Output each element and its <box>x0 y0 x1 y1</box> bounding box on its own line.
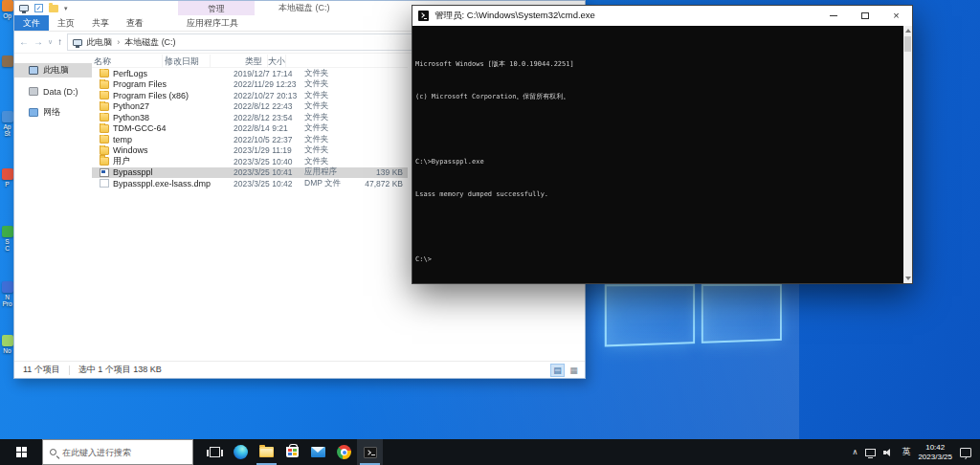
file-name: Program Files (x86) <box>113 91 189 100</box>
ribbon-tab[interactable]: 共享 <box>83 15 118 31</box>
taskbar-app[interactable] <box>305 439 331 465</box>
taskbar-app[interactable] <box>254 439 279 465</box>
thumbnail-view-icon[interactable]: ▦ <box>567 364 581 377</box>
system-tray: ∧ 英 10:42 2023/3/25 <box>853 439 980 465</box>
customize-toolbar-caret-icon[interactable]: ▾ <box>64 4 68 12</box>
taskbar-app[interactable] <box>202 439 228 465</box>
file-type: DMP 文件 <box>302 178 350 189</box>
file-type: 文件夹 <box>302 144 350 156</box>
console-line <box>415 125 901 134</box>
sidebar-item[interactable]: 此电脑 <box>14 63 92 78</box>
desktop-icon[interactable]: Op <box>1 0 13 19</box>
file-type-icon <box>100 69 109 78</box>
column-header[interactable]: 修改日期 <box>163 55 211 67</box>
taskbar-app-icon <box>210 447 220 457</box>
desktop-icon[interactable]: P <box>1 168 13 188</box>
new-folder-icon[interactable] <box>49 5 58 12</box>
desktop-icon-image <box>2 226 13 237</box>
location-icon <box>73 39 82 46</box>
table-row[interactable]: Python38 2022/8/12 23:54 文件夹 <box>92 112 408 123</box>
search-input[interactable] <box>62 448 186 457</box>
table-row[interactable]: Bypassppl 2023/3/25 10:41 应用程序 139 KB <box>92 167 408 179</box>
recent-locations-caret-icon[interactable]: ∨ <box>48 37 53 47</box>
column-header[interactable]: 名称 <box>92 55 163 67</box>
column-header[interactable]: 大小 <box>268 55 286 67</box>
table-row[interactable]: Program Files 2022/11/29 12:23 文件夹 <box>92 79 408 91</box>
ribbon-tab[interactable]: 主页 <box>49 15 83 31</box>
this-pc-icon <box>19 5 29 11</box>
file-name: temp <box>113 135 132 144</box>
back-icon[interactable]: ← <box>19 37 29 47</box>
cmd-window-title: 管理员: C:\Windows\System32\cmd.exe <box>434 10 812 22</box>
ribbon-tab[interactable]: 查看 <box>118 15 152 31</box>
network-icon[interactable] <box>865 449 876 456</box>
show-hidden-icons-chevron[interactable]: ∧ <box>853 448 858 456</box>
volume-icon[interactable] <box>883 448 894 457</box>
column-header[interactable]: 类型 <box>211 55 268 67</box>
table-row[interactable]: temp 2022/10/5 22:37 文件夹 <box>92 134 408 145</box>
status-bar: 11 个项目 选中 1 个项目 138 KB ▤ ▦ <box>14 361 585 378</box>
taskbar-app[interactable] <box>279 439 305 465</box>
cmd-titlebar[interactable]: 管理员: C:\Windows\System32\cmd.exe × <box>412 6 912 26</box>
ribbon-tab-app-tools[interactable]: 应用程序工具 <box>178 15 247 31</box>
file-type-icon <box>100 135 109 144</box>
properties-icon[interactable] <box>34 4 43 12</box>
taskbar-app[interactable] <box>331 439 357 465</box>
console-line: C:\>Bypassppl.exe <box>415 158 901 166</box>
desktop-icon[interactable]: S C <box>1 226 13 252</box>
minimize-button[interactable] <box>817 6 849 26</box>
sidebar-item-label: 网络 <box>43 106 60 119</box>
desktop-icon-image <box>2 0 13 11</box>
forward-icon[interactable]: → <box>33 37 43 47</box>
search-icon <box>50 449 56 455</box>
file-type: 文件夹 <box>302 122 350 134</box>
details-view-icon[interactable]: ▤ <box>550 364 565 377</box>
console-output[interactable]: Microsoft Windows [版本 10.0.19044.2251] (… <box>412 26 903 283</box>
table-row[interactable]: TDM-GCC-64 2022/8/14 9:21 文件夹 <box>92 123 408 135</box>
close-button[interactable]: × <box>880 6 912 26</box>
desktop-icon-label: P <box>1 181 13 188</box>
desktop-icon-image <box>2 111 13 122</box>
file-type-icon <box>100 146 109 155</box>
input-language-indicator[interactable]: 英 <box>902 446 910 458</box>
window-controls: × <box>817 6 912 26</box>
desktop-icon[interactable]: Ap St <box>1 111 13 137</box>
clock[interactable]: 10:42 2023/3/25 <box>918 443 952 461</box>
taskbar-app[interactable] <box>228 439 254 465</box>
table-row[interactable]: Bypassppl.exe-lsass.dmp 2023/3/25 10:42 … <box>92 178 408 189</box>
taskbar-app[interactable] <box>357 439 383 465</box>
maximize-button[interactable] <box>849 6 880 26</box>
sidebar-item[interactable]: 网络 <box>14 105 92 120</box>
breadcrumb-item[interactable]: 此电脑 <box>86 36 124 49</box>
desktop-icon-image <box>2 281 13 293</box>
taskbar-app-icon <box>337 445 351 459</box>
action-center-icon[interactable] <box>960 448 971 457</box>
sidebar-item-icon <box>29 108 38 117</box>
file-type-icon <box>100 102 109 111</box>
start-button[interactable] <box>0 439 42 465</box>
file-name: 用户 <box>113 155 130 167</box>
taskbar-search[interactable] <box>42 439 193 465</box>
file-date: 2023/3/25 10:42 <box>232 179 302 188</box>
scrollbar[interactable] <box>903 26 912 283</box>
table-row[interactable]: Python27 2022/8/12 22:43 文件夹 <box>92 101 408 113</box>
file-type: 文件夹 <box>302 134 350 145</box>
file-size: 139 KB <box>350 167 408 177</box>
desktop-icon[interactable]: N Pro <box>1 281 13 307</box>
sidebar-item[interactable]: Data (D:) <box>14 84 92 99</box>
desktop-icon[interactable] <box>1 55 13 68</box>
ribbon-tab[interactable]: 文件 <box>14 15 49 31</box>
file-type-icon <box>100 179 109 188</box>
table-row[interactable]: Program Files (x86) 2022/10/27 20:13 文件夹 <box>92 90 408 101</box>
table-row[interactable]: 用户 2023/3/25 10:40 文件夹 <box>92 156 408 167</box>
scrollbar-thumb[interactable] <box>904 36 911 52</box>
taskbar-app-icon <box>259 447 274 457</box>
table-row[interactable]: PerfLogs 2019/12/7 17:14 文件夹 <box>92 68 408 79</box>
console-line <box>415 223 901 232</box>
up-icon[interactable]: ↑ <box>57 37 62 47</box>
breadcrumb-item[interactable]: 本地磁盘 (C:) <box>124 36 176 49</box>
scroll-down-icon[interactable] <box>905 277 911 280</box>
scroll-up-icon[interactable] <box>905 29 911 33</box>
cmd-icon <box>418 11 429 21</box>
desktop-icon[interactable]: No <box>1 335 13 354</box>
